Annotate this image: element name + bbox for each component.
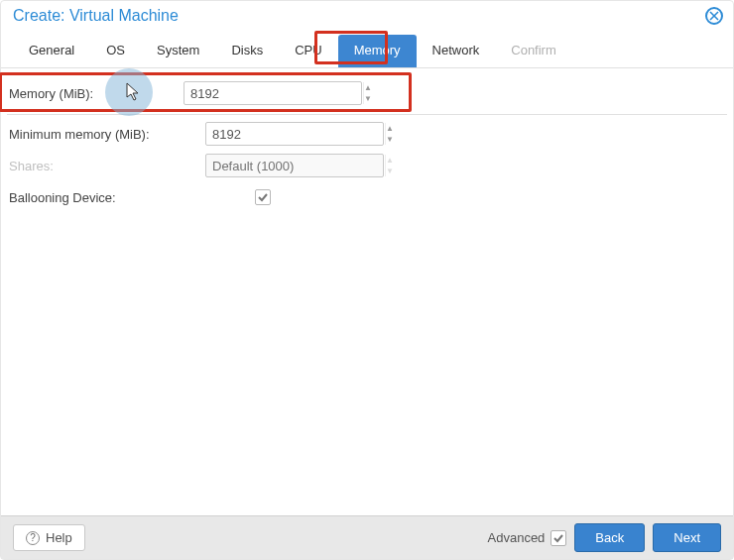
advanced-label: Advanced bbox=[488, 530, 546, 545]
shares-input bbox=[206, 155, 385, 176]
close-icon[interactable] bbox=[705, 7, 723, 25]
row-ballooning: Ballooning Device: bbox=[7, 182, 727, 212]
memory-label: Memory (MiB): bbox=[7, 86, 205, 101]
chevron-up-icon: ▲ bbox=[386, 155, 394, 166]
back-button[interactable]: Back bbox=[574, 523, 645, 552]
footer: ? Help Advanced Back Next bbox=[1, 515, 733, 559]
create-vm-dialog: Create: Virtual Machine General OS Syste… bbox=[0, 0, 734, 560]
shares-label: Shares: bbox=[7, 159, 205, 173]
chevron-up-icon[interactable]: ▲ bbox=[364, 82, 372, 93]
help-icon: ? bbox=[26, 531, 40, 545]
tab-disks[interactable]: Disks bbox=[215, 35, 279, 67]
memory-input[interactable] bbox=[184, 82, 363, 104]
chevron-down-icon: ▼ bbox=[386, 166, 394, 176]
tabbar: General OS System Disks CPU Memory Netwo… bbox=[1, 31, 733, 68]
ballooning-label: Ballooning Device: bbox=[7, 190, 205, 205]
memory-stepper-buttons[interactable]: ▲ ▼ bbox=[363, 82, 372, 104]
shares-stepper-buttons: ▲ ▼ bbox=[385, 155, 394, 176]
min-memory-label: Minimum memory (MiB): bbox=[7, 127, 205, 142]
advanced-toggle[interactable]: Advanced bbox=[488, 530, 567, 546]
tab-memory[interactable]: Memory bbox=[338, 35, 417, 67]
help-button[interactable]: ? Help bbox=[13, 524, 85, 551]
tab-general[interactable]: General bbox=[13, 35, 90, 67]
row-shares: Shares: ▲ ▼ bbox=[7, 151, 727, 180]
titlebar: Create: Virtual Machine bbox=[1, 1, 733, 31]
tab-confirm: Confirm bbox=[495, 35, 572, 67]
check-icon bbox=[552, 532, 564, 544]
tab-network[interactable]: Network bbox=[417, 35, 496, 67]
shares-spinner: ▲ ▼ bbox=[205, 154, 384, 177]
tab-system[interactable]: System bbox=[141, 35, 215, 67]
chevron-down-icon[interactable]: ▼ bbox=[364, 93, 372, 104]
check-icon bbox=[257, 191, 269, 203]
min-memory-stepper-buttons[interactable]: ▲ ▼ bbox=[385, 123, 394, 145]
memory-form: Memory (MiB): ▲ ▼ Minimum memory (MiB): … bbox=[1, 68, 733, 212]
chevron-up-icon[interactable]: ▲ bbox=[386, 123, 394, 134]
dialog-title: Create: Virtual Machine bbox=[13, 7, 179, 25]
content-area: Memory (MiB): ▲ ▼ Minimum memory (MiB): … bbox=[1, 68, 733, 515]
row-min-memory: Minimum memory (MiB): ▲ ▼ bbox=[7, 119, 727, 149]
tab-cpu[interactable]: CPU bbox=[279, 35, 337, 67]
min-memory-input[interactable] bbox=[206, 123, 385, 145]
help-label: Help bbox=[46, 530, 72, 545]
chevron-down-icon[interactable]: ▼ bbox=[386, 134, 394, 145]
divider bbox=[7, 114, 727, 115]
row-memory: Memory (MiB): ▲ ▼ bbox=[7, 78, 727, 108]
memory-spinner[interactable]: ▲ ▼ bbox=[184, 81, 362, 105]
ballooning-checkbox[interactable] bbox=[255, 189, 271, 205]
min-memory-spinner[interactable]: ▲ ▼ bbox=[205, 122, 384, 146]
tab-os[interactable]: OS bbox=[90, 35, 141, 67]
advanced-checkbox[interactable] bbox=[550, 530, 566, 546]
next-button[interactable]: Next bbox=[653, 523, 721, 552]
